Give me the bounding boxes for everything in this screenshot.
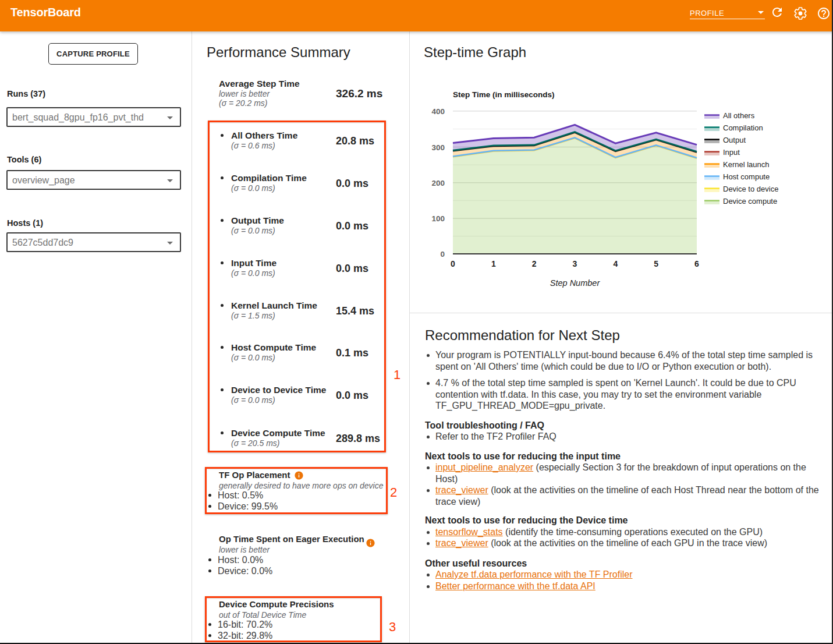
svg-text:All others: All others: [723, 111, 755, 120]
svg-text:300: 300: [431, 143, 445, 152]
svg-text:0: 0: [440, 250, 445, 259]
svg-text:5: 5: [654, 259, 658, 268]
svg-text:Output: Output: [723, 136, 746, 144]
svg-text:Device compute: Device compute: [723, 197, 777, 206]
svg-text:Compilation: Compilation: [723, 123, 763, 132]
svg-text:200: 200: [431, 179, 445, 187]
svg-text:0: 0: [451, 259, 455, 268]
svg-text:Device to device: Device to device: [723, 185, 778, 193]
svg-text:Step Time (in milliseconds): Step Time (in milliseconds): [453, 90, 555, 99]
svg-text:Host compute: Host compute: [723, 172, 770, 181]
svg-text:2: 2: [532, 259, 537, 268]
svg-text:Kernel launch: Kernel launch: [723, 160, 770, 169]
svg-text:100: 100: [431, 214, 445, 223]
svg-text:4: 4: [613, 259, 618, 268]
svg-text:3: 3: [573, 259, 577, 268]
svg-text:1: 1: [491, 259, 496, 268]
svg-text:Input: Input: [723, 148, 740, 157]
svg-text:Step Number: Step Number: [550, 278, 601, 288]
svg-text:6: 6: [694, 259, 699, 268]
svg-text:400: 400: [431, 107, 445, 116]
